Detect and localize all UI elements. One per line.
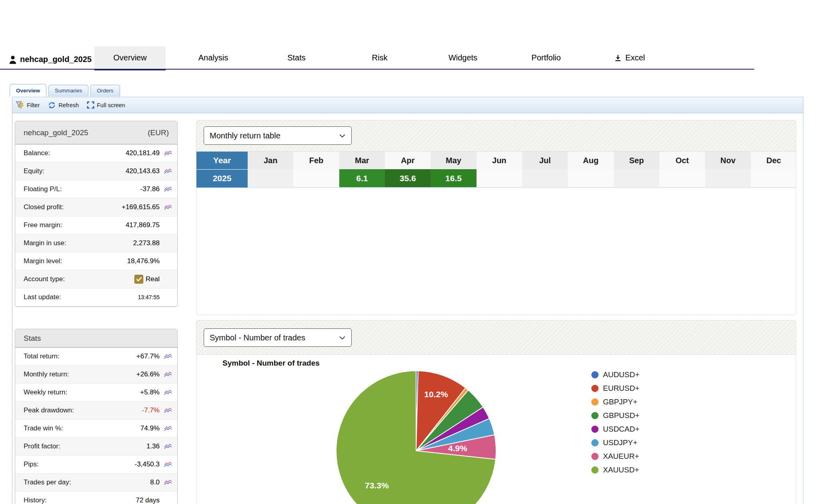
row-label: Pips:: [24, 460, 39, 468]
stats-panel-header: Stats: [15, 329, 177, 348]
panel-row: Account type:Real: [15, 270, 177, 288]
chevron-down-icon: [339, 336, 346, 340]
tab-overview[interactable]: Overview: [94, 46, 166, 69]
legend-item-USDJPY: USDJPY+: [591, 436, 639, 450]
empty-month-cell: [614, 169, 659, 188]
row-label: Balance:: [24, 149, 50, 157]
month-column-header: Nov: [705, 152, 751, 169]
tab-analysis[interactable]: Analysis: [178, 46, 249, 69]
legend-color-dot: [591, 439, 599, 446]
account-user[interactable]: nehcap_gold_2025: [9, 55, 92, 64]
sparkline-chart-icon-button[interactable]: [163, 426, 173, 432]
subtab-summaries[interactable]: Summaries: [48, 85, 88, 96]
pie-widget-select[interactable]: Symbol - Number of trades: [204, 328, 352, 347]
tab-stats[interactable]: Stats: [261, 46, 332, 69]
sparkline-chart-icon-button[interactable]: [163, 372, 173, 378]
empty-month-cell: [705, 169, 751, 188]
panel-row: Trades per day:8.0: [15, 474, 177, 492]
sparkline-chart-icon: [164, 186, 172, 192]
monthly-return-cell: 6.1: [339, 169, 385, 188]
subtab-overview[interactable]: Overview: [10, 84, 46, 96]
refresh-button[interactable]: Refresh: [48, 101, 79, 109]
refresh-label: Refresh: [58, 102, 79, 108]
pie-legend: AUDUSD+EURUSD+GBPJPY+GBPUSD+USDCAD+USDJP…: [591, 368, 639, 477]
filter-button[interactable]: Filter: [16, 101, 40, 109]
month-column-header: Dec: [751, 152, 796, 169]
month-column-header: Sep: [614, 152, 659, 169]
sparkline-chart-icon-button[interactable]: [163, 462, 173, 468]
row-label: Monthly return:: [24, 370, 69, 378]
empty-month-cell: [751, 169, 796, 188]
tab-label: Analysis: [198, 46, 228, 69]
sparkline-chart-icon-button[interactable]: [163, 390, 173, 396]
row-value: Real: [65, 275, 163, 284]
fullscreen-button[interactable]: Full screen: [87, 101, 125, 109]
pie-widget-header: Symbol - Number of trades: [196, 320, 796, 355]
legend-label: XAUUSD+: [603, 466, 639, 474]
pie-percentage-label: 73.3%: [365, 481, 389, 490]
row-label: Total return:: [24, 352, 60, 360]
row-label: Margin in use:: [24, 239, 66, 247]
panel-row: Margin level:18,476.9%: [15, 252, 177, 270]
row-label: Trades per day:: [24, 478, 71, 486]
monthly-widget-header: Monthly return table: [196, 120, 796, 152]
top-navigation: nehcap_gold_2025 OverviewAnalysisStatsRi…: [0, 38, 754, 70]
real-account-checkbox[interactable]: [134, 275, 143, 284]
monthly-widget-select[interactable]: Monthly return table: [204, 126, 352, 145]
sparkline-chart-icon-button[interactable]: [163, 204, 173, 210]
sparkline-chart-icon: [164, 444, 172, 450]
row-label: Account type:: [24, 275, 65, 283]
sparkline-chart-icon: [164, 372, 172, 378]
monthly-widget-select-value: Monthly return table: [210, 131, 280, 140]
tab-label: Widgets: [449, 46, 477, 69]
monthly-table-header-row: YearJanFebMarAprMayJunJulAugSepOctNovDec: [196, 152, 796, 169]
row-label: Equity:: [24, 167, 44, 175]
row-label: Profit factor:: [24, 442, 60, 450]
sparkline-chart-icon-button[interactable]: [163, 354, 173, 360]
tab-excel[interactable]: Excel: [594, 46, 665, 69]
tab-widgets[interactable]: Widgets: [427, 46, 499, 69]
year-column-header: Year: [196, 152, 248, 169]
empty-month-cell: [659, 169, 705, 188]
tab-label: Risk: [372, 46, 388, 69]
tab-risk[interactable]: Risk: [344, 46, 415, 69]
sparkline-chart-icon-button[interactable]: [163, 480, 173, 486]
sparkline-chart-icon-button[interactable]: [163, 186, 173, 192]
row-value: 18,476.9%: [62, 257, 163, 265]
subtab-orders[interactable]: Orders: [90, 85, 120, 96]
empty-month-cell: [293, 169, 339, 188]
legend-label: EURUSD+: [603, 384, 639, 393]
panel-row: Floating P/L:-37.86: [15, 180, 177, 198]
row-value: 8.0: [71, 478, 163, 486]
row-label: Weekly return:: [24, 388, 67, 396]
toolbar: Filter Refresh Full screen: [12, 97, 803, 113]
row-value: 72 days: [47, 496, 163, 504]
monthly-return-table: YearJanFebMarAprMayJunJulAugSepOctNovDec…: [196, 152, 796, 188]
fullscreen-label: Full screen: [97, 102, 125, 108]
pie-widget-select-value: Symbol - Number of trades: [210, 333, 305, 342]
account-currency: (EUR): [148, 128, 169, 137]
legend-color-dot: [591, 426, 599, 433]
row-value: 13:47:55: [61, 294, 163, 300]
sparkline-chart-icon-button[interactable]: [163, 150, 173, 156]
legend-label: GBPJPY+: [603, 398, 637, 406]
row-value: 417,869.75: [62, 221, 163, 229]
sparkline-chart-icon: [164, 204, 172, 210]
month-column-header: Apr: [385, 152, 431, 169]
panel-row: Pips:-3,450.3: [15, 456, 177, 474]
row-label: Trade win %:: [24, 424, 63, 432]
legend-color-dot: [591, 453, 599, 460]
row-value: 420,143.63: [44, 167, 163, 175]
row-value: 420,181.49: [50, 149, 163, 157]
sparkline-chart-icon-button[interactable]: [163, 444, 173, 450]
row-label: Margin level:: [24, 257, 62, 265]
monthly-return-cell: 35.6: [385, 169, 431, 188]
sparkline-chart-icon-button[interactable]: [163, 168, 173, 174]
month-column-header: Jun: [477, 152, 522, 169]
row-value: 1.36: [60, 442, 163, 450]
sparkline-chart-icon-button[interactable]: [163, 408, 173, 414]
tab-portfolio[interactable]: Portfolio: [511, 46, 582, 69]
panel-row: Balance:420,181.49: [15, 144, 177, 162]
row-value: -37.86: [62, 185, 163, 193]
row-value: -7.7%: [74, 406, 163, 414]
